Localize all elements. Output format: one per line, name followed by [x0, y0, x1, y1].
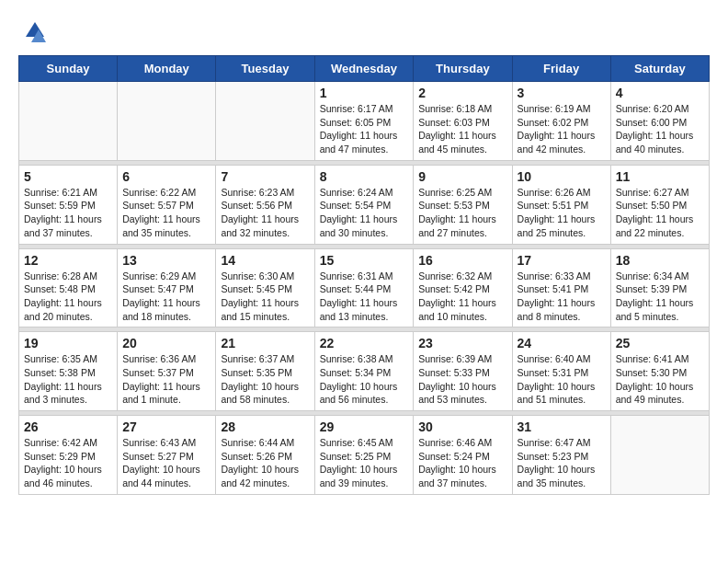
logo: [18, 18, 50, 46]
calendar-week-row: 1Sunrise: 6:17 AM Sunset: 6:05 PM Daylig…: [19, 82, 710, 161]
cell-info: Sunrise: 6:34 AM Sunset: 5:39 PM Dayligh…: [616, 270, 704, 324]
calendar-cell: 20Sunrise: 6:36 AM Sunset: 5:37 PM Dayli…: [118, 332, 216, 411]
day-number: 23: [418, 336, 506, 350]
weekday-header-cell: Monday: [118, 56, 216, 82]
day-number: 31: [518, 419, 606, 434]
calendar-cell: 2Sunrise: 6:18 AM Sunset: 6:03 PM Daylig…: [414, 82, 512, 161]
cell-info: Sunrise: 6:27 AM Sunset: 5:50 PM Dayligh…: [616, 186, 704, 240]
cell-info: Sunrise: 6:35 AM Sunset: 5:38 PM Dayligh…: [24, 352, 112, 407]
day-number: 26: [24, 419, 112, 434]
day-number: 16: [418, 253, 506, 268]
day-number: 11: [616, 169, 704, 184]
calendar-cell: [216, 82, 314, 161]
calendar-table: SundayMondayTuesdayWednesdayThursdayFrid…: [18, 55, 710, 495]
calendar-cell: 31Sunrise: 6:47 AM Sunset: 5:23 PM Dayli…: [512, 416, 610, 495]
cell-info: Sunrise: 6:26 AM Sunset: 5:51 PM Dayligh…: [518, 186, 606, 240]
calendar-cell: 16Sunrise: 6:32 AM Sunset: 5:42 PM Dayli…: [414, 248, 512, 327]
cell-info: Sunrise: 6:37 AM Sunset: 5:35 PM Dayligh…: [221, 352, 309, 407]
cell-info: Sunrise: 6:31 AM Sunset: 5:44 PM Dayligh…: [320, 270, 409, 324]
day-number: 1: [320, 86, 409, 100]
calendar-cell: 1Sunrise: 6:17 AM Sunset: 6:05 PM Daylig…: [314, 82, 414, 161]
calendar-cell: 25Sunrise: 6:41 AM Sunset: 5:30 PM Dayli…: [610, 332, 709, 411]
cell-info: Sunrise: 6:44 AM Sunset: 5:26 PM Dayligh…: [221, 436, 309, 490]
calendar-cell: 30Sunrise: 6:46 AM Sunset: 5:24 PM Dayli…: [414, 416, 512, 495]
day-number: 14: [221, 253, 309, 268]
day-number: 9: [418, 169, 506, 184]
day-number: 6: [122, 169, 210, 184]
weekday-header-cell: Sunday: [19, 56, 118, 82]
calendar-cell: 24Sunrise: 6:40 AM Sunset: 5:31 PM Dayli…: [512, 332, 610, 411]
calendar-cell: 5Sunrise: 6:21 AM Sunset: 5:59 PM Daylig…: [19, 165, 118, 244]
day-number: 12: [24, 253, 112, 268]
cell-info: Sunrise: 6:21 AM Sunset: 5:59 PM Dayligh…: [24, 186, 112, 240]
calendar-cell: 23Sunrise: 6:39 AM Sunset: 5:33 PM Dayli…: [414, 332, 512, 411]
calendar-cell: 11Sunrise: 6:27 AM Sunset: 5:50 PM Dayli…: [610, 165, 709, 244]
cell-info: Sunrise: 6:42 AM Sunset: 5:29 PM Dayligh…: [24, 436, 112, 490]
calendar-body: 1Sunrise: 6:17 AM Sunset: 6:05 PM Daylig…: [19, 82, 710, 495]
calendar-cell: 18Sunrise: 6:34 AM Sunset: 5:39 PM Dayli…: [610, 248, 709, 327]
day-number: 29: [320, 419, 409, 434]
calendar-cell: 10Sunrise: 6:26 AM Sunset: 5:51 PM Dayli…: [512, 165, 610, 244]
cell-info: Sunrise: 6:45 AM Sunset: 5:25 PM Dayligh…: [320, 436, 409, 490]
weekday-header-cell: Thursday: [414, 56, 512, 82]
calendar-week-row: 12Sunrise: 6:28 AM Sunset: 5:48 PM Dayli…: [19, 248, 710, 327]
calendar-week-row: 26Sunrise: 6:42 AM Sunset: 5:29 PM Dayli…: [19, 416, 710, 495]
cell-info: Sunrise: 6:22 AM Sunset: 5:57 PM Dayligh…: [122, 186, 210, 240]
day-number: 28: [221, 419, 309, 434]
calendar-cell: 15Sunrise: 6:31 AM Sunset: 5:44 PM Dayli…: [314, 248, 414, 327]
day-number: 2: [418, 86, 506, 100]
day-number: 4: [616, 86, 704, 100]
calendar-cell: 27Sunrise: 6:43 AM Sunset: 5:27 PM Dayli…: [118, 416, 216, 495]
calendar-cell: 29Sunrise: 6:45 AM Sunset: 5:25 PM Dayli…: [314, 416, 414, 495]
day-number: 17: [518, 253, 606, 268]
day-number: 5: [24, 169, 112, 184]
calendar-cell: 3Sunrise: 6:19 AM Sunset: 6:02 PM Daylig…: [512, 82, 610, 161]
cell-info: Sunrise: 6:41 AM Sunset: 5:30 PM Dayligh…: [616, 352, 704, 407]
calendar-cell: 19Sunrise: 6:35 AM Sunset: 5:38 PM Dayli…: [19, 332, 118, 411]
day-number: 15: [320, 253, 409, 268]
cell-info: Sunrise: 6:17 AM Sunset: 6:05 PM Dayligh…: [320, 102, 409, 156]
cell-info: Sunrise: 6:46 AM Sunset: 5:24 PM Dayligh…: [418, 436, 506, 490]
cell-info: Sunrise: 6:33 AM Sunset: 5:41 PM Dayligh…: [518, 270, 606, 324]
cell-info: Sunrise: 6:32 AM Sunset: 5:42 PM Dayligh…: [418, 270, 506, 324]
cell-info: Sunrise: 6:38 AM Sunset: 5:34 PM Dayligh…: [320, 352, 409, 407]
calendar-cell: [610, 416, 709, 495]
day-number: 8: [320, 169, 409, 184]
calendar-cell: 26Sunrise: 6:42 AM Sunset: 5:29 PM Dayli…: [19, 416, 118, 495]
day-number: 13: [122, 253, 210, 268]
calendar-cell: [118, 82, 216, 161]
cell-info: Sunrise: 6:28 AM Sunset: 5:48 PM Dayligh…: [24, 270, 112, 324]
cell-info: Sunrise: 6:29 AM Sunset: 5:47 PM Dayligh…: [122, 270, 210, 324]
day-number: 22: [320, 336, 409, 350]
calendar-cell: 22Sunrise: 6:38 AM Sunset: 5:34 PM Dayli…: [314, 332, 414, 411]
cell-info: Sunrise: 6:39 AM Sunset: 5:33 PM Dayligh…: [418, 352, 506, 407]
weekday-header-row: SundayMondayTuesdayWednesdayThursdayFrid…: [19, 56, 710, 82]
day-number: 19: [24, 336, 112, 350]
day-number: 7: [221, 169, 309, 184]
day-number: 30: [418, 419, 506, 434]
day-number: 25: [616, 336, 704, 350]
day-number: 10: [518, 169, 606, 184]
calendar-cell: 14Sunrise: 6:30 AM Sunset: 5:45 PM Dayli…: [216, 248, 314, 327]
calendar-cell: 21Sunrise: 6:37 AM Sunset: 5:35 PM Dayli…: [216, 332, 314, 411]
calendar-cell: 7Sunrise: 6:23 AM Sunset: 5:56 PM Daylig…: [216, 165, 314, 244]
day-number: 24: [518, 336, 606, 350]
day-number: 18: [616, 253, 704, 268]
calendar-cell: 4Sunrise: 6:20 AM Sunset: 6:00 PM Daylig…: [610, 82, 709, 161]
cell-info: Sunrise: 6:18 AM Sunset: 6:03 PM Dayligh…: [418, 102, 506, 156]
cell-info: Sunrise: 6:23 AM Sunset: 5:56 PM Dayligh…: [221, 186, 309, 240]
day-number: 27: [122, 419, 210, 434]
calendar-week-row: 19Sunrise: 6:35 AM Sunset: 5:38 PM Dayli…: [19, 332, 710, 411]
calendar-cell: 12Sunrise: 6:28 AM Sunset: 5:48 PM Dayli…: [19, 248, 118, 327]
day-number: 21: [221, 336, 309, 350]
calendar-cell: 17Sunrise: 6:33 AM Sunset: 5:41 PM Dayli…: [512, 248, 610, 327]
day-number: 3: [518, 86, 606, 100]
cell-info: Sunrise: 6:30 AM Sunset: 5:45 PM Dayligh…: [221, 270, 309, 324]
calendar-cell: 9Sunrise: 6:25 AM Sunset: 5:53 PM Daylig…: [414, 165, 512, 244]
calendar-cell: 8Sunrise: 6:24 AM Sunset: 5:54 PM Daylig…: [314, 165, 414, 244]
weekday-header-cell: Tuesday: [216, 56, 314, 82]
calendar-cell: 28Sunrise: 6:44 AM Sunset: 5:26 PM Dayli…: [216, 416, 314, 495]
calendar-cell: [19, 82, 118, 161]
page-header: [18, 18, 710, 46]
cell-info: Sunrise: 6:47 AM Sunset: 5:23 PM Dayligh…: [518, 436, 606, 490]
